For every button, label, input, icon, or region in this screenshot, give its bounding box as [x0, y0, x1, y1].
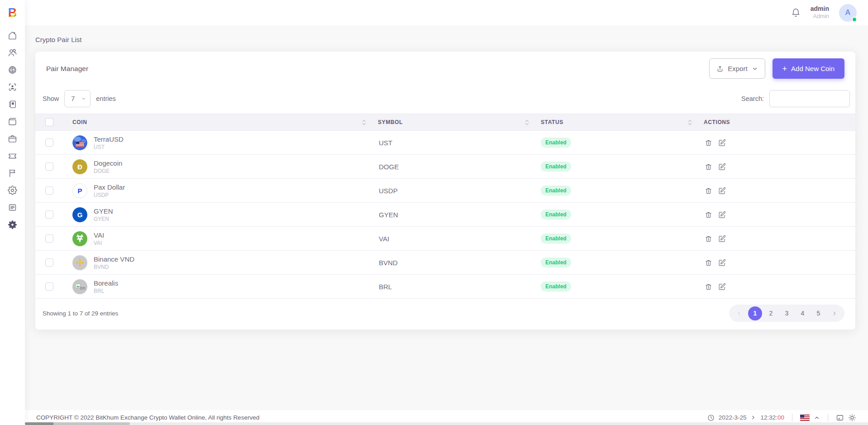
row-actions: [698, 211, 855, 219]
row-checkbox[interactable]: [45, 186, 53, 195]
sidebar-item-kyc[interactable]: [0, 78, 25, 96]
delete-icon[interactable]: [705, 259, 712, 267]
ticket-icon: [8, 151, 17, 161]
sidebar-item-portfolio[interactable]: [0, 130, 25, 147]
select-all-checkbox[interactable]: [45, 118, 53, 126]
sidebar-item-reports[interactable]: [0, 164, 25, 181]
symbol-cell: BVND: [372, 259, 535, 267]
gear-icon: [8, 186, 17, 195]
sidebar-item-admin-settings[interactable]: [0, 216, 25, 233]
export-icon: [716, 65, 724, 72]
coin-subtitle: DOGE: [94, 168, 122, 174]
delete-icon[interactable]: [705, 235, 712, 243]
pagination-page-1[interactable]: 1: [748, 306, 762, 320]
light-mode-sun-icon[interactable]: [848, 414, 856, 422]
coin-subtitle: USDP: [94, 192, 125, 198]
sidebar-item-currency[interactable]: [0, 61, 25, 78]
search-input[interactable]: [769, 90, 850, 107]
row-checkbox[interactable]: [45, 162, 53, 171]
main-column: admin Admin A Crypto Pair List Pair Mana…: [25, 0, 868, 425]
symbol-cell: DOGE: [372, 163, 535, 171]
clock-icon: [707, 414, 715, 421]
sidebar-item-wallet[interactable]: [0, 113, 25, 130]
table-row: BRBorealisBRLBRLEnabled: [35, 275, 855, 299]
add-new-coin-label: Add New Coin: [791, 65, 835, 72]
footer-date: 2022-3-25: [719, 414, 747, 421]
coin-subtitle: BVND: [94, 264, 134, 270]
notifications-bell-icon[interactable]: [791, 8, 801, 18]
search-group: Search:: [741, 90, 850, 107]
symbol-cell: UST: [372, 139, 535, 147]
column-header-coin[interactable]: COIN: [67, 119, 372, 125]
edit-icon[interactable]: [718, 211, 726, 219]
row-checkbox[interactable]: [45, 234, 53, 243]
coin-name: GYEN: [94, 207, 113, 216]
coin-avatar: G: [72, 207, 87, 222]
row-checkbox[interactable]: [45, 210, 53, 219]
coin-subtitle: UST: [94, 144, 124, 150]
delete-icon[interactable]: [705, 283, 712, 291]
column-header-symbol[interactable]: SYMBOL: [372, 119, 535, 125]
sidebar: B: [0, 0, 25, 425]
app-logo[interactable]: B: [8, 0, 17, 25]
row-checkbox[interactable]: [45, 282, 53, 291]
delete-icon[interactable]: [705, 163, 712, 171]
export-button[interactable]: Export: [709, 58, 765, 79]
edit-icon[interactable]: [718, 235, 726, 243]
content: Crypto Pair List Pair Manager Export + A…: [25, 25, 868, 410]
row-checkbox[interactable]: [45, 258, 53, 267]
symbol-cell: GYEN: [372, 211, 535, 219]
card-title: Pair Manager: [46, 65, 88, 73]
coin-name: TerraUSD: [94, 135, 124, 144]
sidebar-item-settings[interactable]: [0, 181, 25, 199]
sidebar-item-contacts[interactable]: [0, 96, 25, 113]
language-flag-icon[interactable]: [800, 415, 810, 421]
horizontal-scrollbar[interactable]: [25, 422, 868, 425]
edit-icon[interactable]: [718, 139, 726, 147]
app-root: B admin Admin A Crypto Pair List Pair Ma…: [0, 0, 868, 425]
sort-icon: [525, 119, 529, 125]
footer-time-seconds: 00: [777, 414, 784, 421]
card-header-actions: Export + Add New Coin: [709, 58, 844, 79]
chevron-down-icon: [81, 96, 86, 101]
coin-name: Dogecoin: [94, 159, 122, 168]
pagination-page-2[interactable]: 2: [764, 306, 778, 320]
coin-name: Borealis: [94, 279, 118, 288]
sidebar-item-tickets[interactable]: [0, 147, 25, 164]
pagination-next-icon[interactable]: [827, 306, 841, 320]
footer-time: 12:32:00: [760, 414, 784, 421]
fullscreen-icon[interactable]: [836, 414, 844, 422]
sidebar-item-news[interactable]: [0, 199, 25, 216]
column-header-status[interactable]: STATUS: [535, 119, 698, 125]
pagination-page-4[interactable]: 4: [796, 306, 810, 320]
add-new-coin-button[interactable]: + Add New Coin: [773, 58, 844, 79]
pagination-page-5[interactable]: 5: [811, 306, 825, 320]
page-size-select[interactable]: 7: [64, 90, 91, 107]
row-checkbox[interactable]: [45, 138, 53, 147]
edit-icon[interactable]: [718, 259, 726, 267]
edit-icon[interactable]: [718, 187, 726, 195]
sidebar-item-dashboard[interactable]: [0, 27, 25, 44]
status-badge: Enabled: [541, 282, 571, 291]
edit-icon[interactable]: [718, 283, 726, 291]
table-row: TerraUSDUSTUSTEnabled: [35, 131, 855, 155]
symbol-cell: USDP: [372, 187, 535, 195]
pagination-page-3[interactable]: 3: [780, 306, 794, 320]
sidebar-item-users[interactable]: [0, 44, 25, 61]
pagination-prev-icon[interactable]: [732, 306, 746, 320]
chevron-up-icon[interactable]: [814, 415, 820, 421]
table-row: VAIVAIVAIEnabled: [35, 227, 855, 251]
scrollbar-thumb[interactable]: [25, 422, 130, 425]
avatar[interactable]: A: [839, 4, 857, 22]
table-body: TerraUSDUSTUSTEnabledÐDogecoinDOGEDOGEEn…: [35, 131, 855, 299]
user-menu[interactable]: admin Admin: [811, 5, 829, 20]
status-badge: Enabled: [541, 186, 571, 196]
delete-icon[interactable]: [705, 187, 712, 195]
edit-icon[interactable]: [718, 163, 726, 171]
coin-subtitle: GYEN: [94, 216, 113, 222]
coin-subtitle: BRL: [94, 288, 118, 294]
notebook-icon: [8, 100, 17, 109]
delete-icon[interactable]: [705, 139, 712, 147]
row-actions: [698, 235, 855, 243]
delete-icon[interactable]: [705, 211, 712, 219]
